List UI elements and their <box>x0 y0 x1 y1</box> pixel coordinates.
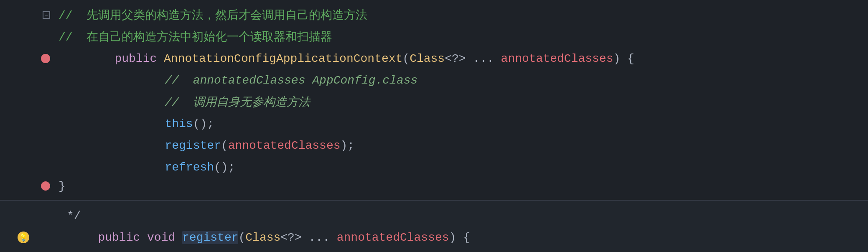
method-refresh: refresh <box>165 161 214 174</box>
code-line: Assert.notEmpty(annotatedClasses, messag… <box>0 248 868 252</box>
top-section: – // 先调用父类的构造方法，然后才会调用自己的构造方法 // 在自己的构造方… <box>0 0 868 201</box>
gutter <box>29 54 50 63</box>
gutter <box>29 181 50 191</box>
gutter: – <box>29 11 50 19</box>
breakpoint-icon-2[interactable] <box>41 181 50 191</box>
editor-container: – // 先调用父类的构造方法，然后才会调用自己的构造方法 // 在自己的构造方… <box>0 0 868 252</box>
lightbulb-icon[interactable]: 💡 <box>18 232 29 243</box>
close-brace: } <box>59 180 860 193</box>
assert-line: Assert.notEmpty(annotatedClasses, messag… <box>38 240 860 252</box>
gutter: 💡 <box>8 232 29 243</box>
breakpoint-icon[interactable] <box>41 54 50 63</box>
code-line: – // 先调用父类的构造方法，然后才会调用自己的构造方法 <box>0 4 868 26</box>
code-line: refresh(); <box>0 156 868 178</box>
bottom-section: */ 💡 public void register(Class<?> ... a… <box>0 201 868 252</box>
code-comment-1: // 先调用父类的构造方法，然后才会调用自己的构造方法 <box>59 7 860 23</box>
semi3: (); <box>214 161 235 174</box>
code-line: } <box>0 178 868 200</box>
fold-icon[interactable]: – <box>43 11 50 19</box>
